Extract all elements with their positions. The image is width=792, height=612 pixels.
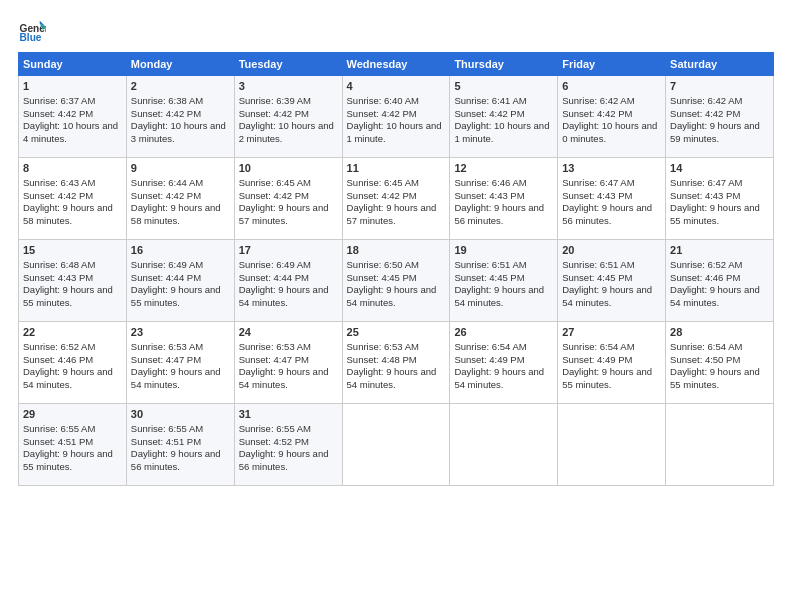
- day-number: 13: [562, 161, 661, 176]
- daylight: Daylight: 9 hours and 58 minutes.: [131, 202, 221, 226]
- sunset: Sunset: 4:42 PM: [347, 108, 417, 119]
- sunset: Sunset: 4:45 PM: [454, 272, 524, 283]
- day-header-thursday: Thursday: [450, 53, 558, 76]
- day-cell: 12Sunrise: 6:46 AMSunset: 4:43 PMDayligh…: [450, 158, 558, 240]
- daylight: Daylight: 9 hours and 56 minutes.: [131, 448, 221, 472]
- day-cell: 23Sunrise: 6:53 AMSunset: 4:47 PMDayligh…: [126, 322, 234, 404]
- sunrise: Sunrise: 6:39 AM: [239, 95, 311, 106]
- sunset: Sunset: 4:42 PM: [131, 190, 201, 201]
- day-cell: 25Sunrise: 6:53 AMSunset: 4:48 PMDayligh…: [342, 322, 450, 404]
- day-number: 3: [239, 79, 338, 94]
- sunset: Sunset: 4:47 PM: [239, 354, 309, 365]
- daylight: Daylight: 10 hours and 4 minutes.: [23, 120, 118, 144]
- sunset: Sunset: 4:42 PM: [23, 108, 93, 119]
- day-cell: 21Sunrise: 6:52 AMSunset: 4:46 PMDayligh…: [666, 240, 774, 322]
- day-cell: [342, 404, 450, 486]
- day-number: 11: [347, 161, 446, 176]
- sunset: Sunset: 4:47 PM: [131, 354, 201, 365]
- daylight: Daylight: 9 hours and 57 minutes.: [347, 202, 437, 226]
- daylight: Daylight: 9 hours and 55 minutes.: [131, 284, 221, 308]
- sunset: Sunset: 4:42 PM: [131, 108, 201, 119]
- day-cell: 31Sunrise: 6:55 AMSunset: 4:52 PMDayligh…: [234, 404, 342, 486]
- day-number: 17: [239, 243, 338, 258]
- sunset: Sunset: 4:51 PM: [23, 436, 93, 447]
- daylight: Daylight: 9 hours and 54 minutes.: [670, 284, 760, 308]
- daylight: Daylight: 9 hours and 54 minutes.: [454, 284, 544, 308]
- day-cell: 9Sunrise: 6:44 AMSunset: 4:42 PMDaylight…: [126, 158, 234, 240]
- sunset: Sunset: 4:49 PM: [454, 354, 524, 365]
- day-number: 29: [23, 407, 122, 422]
- day-number: 8: [23, 161, 122, 176]
- sunrise: Sunrise: 6:54 AM: [454, 341, 526, 352]
- daylight: Daylight: 9 hours and 56 minutes.: [454, 202, 544, 226]
- sunrise: Sunrise: 6:50 AM: [347, 259, 419, 270]
- day-header-saturday: Saturday: [666, 53, 774, 76]
- daylight: Daylight: 9 hours and 54 minutes.: [131, 366, 221, 390]
- day-number: 30: [131, 407, 230, 422]
- day-header-tuesday: Tuesday: [234, 53, 342, 76]
- sunrise: Sunrise: 6:49 AM: [239, 259, 311, 270]
- day-cell: 4Sunrise: 6:40 AMSunset: 4:42 PMDaylight…: [342, 76, 450, 158]
- calendar-table: SundayMondayTuesdayWednesdayThursdayFrid…: [18, 52, 774, 486]
- day-header-wednesday: Wednesday: [342, 53, 450, 76]
- sunrise: Sunrise: 6:53 AM: [131, 341, 203, 352]
- sunrise: Sunrise: 6:55 AM: [23, 423, 95, 434]
- day-cell: 7Sunrise: 6:42 AMSunset: 4:42 PMDaylight…: [666, 76, 774, 158]
- day-cell: 20Sunrise: 6:51 AMSunset: 4:45 PMDayligh…: [558, 240, 666, 322]
- sunrise: Sunrise: 6:40 AM: [347, 95, 419, 106]
- day-header-monday: Monday: [126, 53, 234, 76]
- day-number: 12: [454, 161, 553, 176]
- sunrise: Sunrise: 6:51 AM: [562, 259, 634, 270]
- sunrise: Sunrise: 6:54 AM: [562, 341, 634, 352]
- day-number: 14: [670, 161, 769, 176]
- logo: General Blue: [18, 16, 52, 44]
- sunrise: Sunrise: 6:37 AM: [23, 95, 95, 106]
- sunrise: Sunrise: 6:52 AM: [23, 341, 95, 352]
- day-cell: [450, 404, 558, 486]
- day-number: 5: [454, 79, 553, 94]
- day-cell: 2Sunrise: 6:38 AMSunset: 4:42 PMDaylight…: [126, 76, 234, 158]
- day-number: 4: [347, 79, 446, 94]
- daylight: Daylight: 9 hours and 54 minutes.: [562, 284, 652, 308]
- day-number: 1: [23, 79, 122, 94]
- sunset: Sunset: 4:46 PM: [670, 272, 740, 283]
- day-number: 31: [239, 407, 338, 422]
- day-cell: 28Sunrise: 6:54 AMSunset: 4:50 PMDayligh…: [666, 322, 774, 404]
- sunrise: Sunrise: 6:51 AM: [454, 259, 526, 270]
- sunset: Sunset: 4:42 PM: [454, 108, 524, 119]
- day-cell: 30Sunrise: 6:55 AMSunset: 4:51 PMDayligh…: [126, 404, 234, 486]
- svg-text:Blue: Blue: [20, 32, 42, 43]
- calendar-body: 1Sunrise: 6:37 AMSunset: 4:42 PMDaylight…: [19, 76, 774, 486]
- sunrise: Sunrise: 6:44 AM: [131, 177, 203, 188]
- day-number: 23: [131, 325, 230, 340]
- day-cell: 17Sunrise: 6:49 AMSunset: 4:44 PMDayligh…: [234, 240, 342, 322]
- sunset: Sunset: 4:42 PM: [562, 108, 632, 119]
- sunset: Sunset: 4:42 PM: [347, 190, 417, 201]
- day-cell: 10Sunrise: 6:45 AMSunset: 4:42 PMDayligh…: [234, 158, 342, 240]
- day-cell: 8Sunrise: 6:43 AMSunset: 4:42 PMDaylight…: [19, 158, 127, 240]
- sunset: Sunset: 4:43 PM: [670, 190, 740, 201]
- sunset: Sunset: 4:44 PM: [131, 272, 201, 283]
- day-cell: 18Sunrise: 6:50 AMSunset: 4:45 PMDayligh…: [342, 240, 450, 322]
- sunrise: Sunrise: 6:45 AM: [239, 177, 311, 188]
- daylight: Daylight: 9 hours and 58 minutes.: [23, 202, 113, 226]
- daylight: Daylight: 10 hours and 0 minutes.: [562, 120, 657, 144]
- sunset: Sunset: 4:46 PM: [23, 354, 93, 365]
- day-cell: 1Sunrise: 6:37 AMSunset: 4:42 PMDaylight…: [19, 76, 127, 158]
- sunrise: Sunrise: 6:49 AM: [131, 259, 203, 270]
- day-number: 26: [454, 325, 553, 340]
- sunset: Sunset: 4:42 PM: [670, 108, 740, 119]
- sunset: Sunset: 4:44 PM: [239, 272, 309, 283]
- day-cell: 16Sunrise: 6:49 AMSunset: 4:44 PMDayligh…: [126, 240, 234, 322]
- daylight: Daylight: 9 hours and 55 minutes.: [670, 366, 760, 390]
- sunset: Sunset: 4:42 PM: [23, 190, 93, 201]
- day-cell: [666, 404, 774, 486]
- week-row-3: 15Sunrise: 6:48 AMSunset: 4:43 PMDayligh…: [19, 240, 774, 322]
- sunset: Sunset: 4:42 PM: [239, 108, 309, 119]
- daylight: Daylight: 9 hours and 59 minutes.: [670, 120, 760, 144]
- daylight: Daylight: 10 hours and 3 minutes.: [131, 120, 226, 144]
- sunrise: Sunrise: 6:45 AM: [347, 177, 419, 188]
- day-number: 18: [347, 243, 446, 258]
- day-cell: 11Sunrise: 6:45 AMSunset: 4:42 PMDayligh…: [342, 158, 450, 240]
- daylight: Daylight: 9 hours and 54 minutes.: [23, 366, 113, 390]
